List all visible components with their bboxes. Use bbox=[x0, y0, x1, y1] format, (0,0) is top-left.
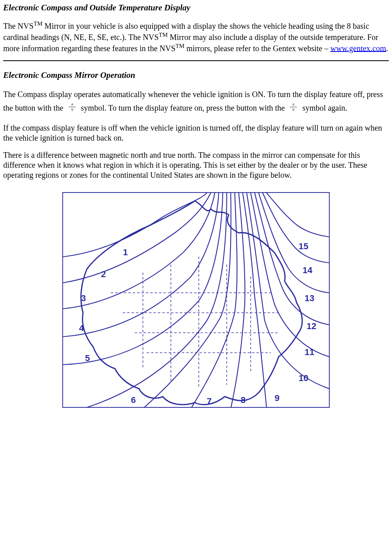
svg-marker-3 bbox=[71, 109, 73, 111]
zone-label-3: 3 bbox=[81, 293, 86, 304]
section1-paragraph: The NVSTM Mirror in your vehicle is also… bbox=[3, 20, 389, 53]
text: mirrors, please refer to the Gentex webs… bbox=[184, 44, 330, 52]
zone-label-6: 6 bbox=[131, 395, 136, 406]
zone-label-13: 13 bbox=[305, 293, 314, 304]
trademark-symbol: TM bbox=[34, 20, 43, 27]
section2-paragraph1: The Compass display operates automatical… bbox=[3, 87, 389, 115]
section-divider bbox=[3, 60, 389, 61]
section2-paragraph3: There is a difference between magnetic n… bbox=[3, 150, 389, 180]
svg-marker-8 bbox=[292, 109, 295, 111]
trademark-symbol: TM bbox=[159, 32, 168, 38]
zone-map-svg bbox=[63, 193, 329, 407]
zone-label-8: 8 bbox=[241, 395, 245, 406]
zone-label-10: 10 bbox=[299, 373, 308, 384]
zone-label-1: 1 bbox=[123, 247, 128, 258]
section-heading-compass-operation: Electronic Compass Mirror Operation bbox=[3, 70, 389, 80]
zone-label-7: 7 bbox=[207, 396, 212, 407]
zone-label-11: 11 bbox=[305, 347, 314, 358]
zone-label-4: 4 bbox=[79, 323, 84, 334]
zone-label-9: 9 bbox=[275, 393, 279, 404]
zone-label-14: 14 bbox=[303, 265, 312, 276]
compass-north-icon: N bbox=[67, 102, 77, 116]
text: . bbox=[386, 44, 388, 52]
gentex-website-link[interactable]: www.gentex.com bbox=[330, 44, 386, 52]
text: The NVS bbox=[3, 22, 34, 30]
zone-map-figure: 1 2 3 4 5 6 7 8 9 10 11 12 13 14 15 bbox=[62, 192, 330, 408]
section2-paragraph2: If the compass display feature is off wh… bbox=[3, 123, 389, 143]
svg-text:N: N bbox=[293, 105, 295, 109]
zone-label-5: 5 bbox=[85, 353, 90, 364]
section-heading-compass-temp: Electronic Compass and Outside Temperatu… bbox=[3, 2, 389, 13]
svg-text:N: N bbox=[71, 105, 73, 109]
text: symbol again. bbox=[302, 103, 347, 112]
text: symbol. To turn the display feature on, … bbox=[81, 103, 287, 112]
zone-label-12: 12 bbox=[307, 321, 316, 332]
compass-north-icon: N bbox=[288, 102, 299, 116]
zone-label-15: 15 bbox=[299, 241, 308, 252]
trademark-symbol: TM bbox=[176, 43, 185, 49]
zone-label-2: 2 bbox=[101, 269, 106, 280]
